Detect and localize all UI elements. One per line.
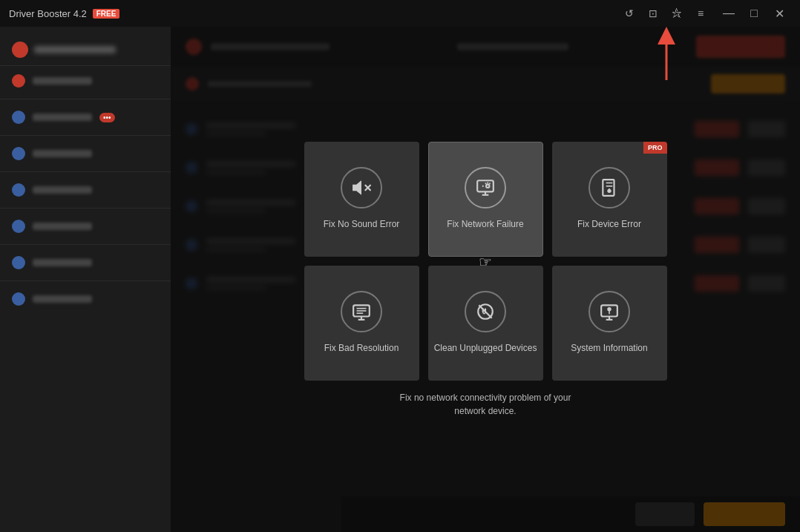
fix-resolution-icon: [341, 291, 382, 332]
svg-point-30: [608, 308, 610, 310]
window-controls: — □ ✕: [717, 3, 791, 24]
system-info-icon: [588, 291, 630, 332]
fix-device-icon: [588, 167, 630, 208]
app-title: Driver Booster 4.2: [9, 8, 87, 19]
tool-fix-network[interactable]: Fix Network Failure ☞: [428, 142, 543, 257]
modal-overlay: Fix No Sound Error: [171, 27, 800, 532]
sidebar-sep-6: [0, 280, 171, 281]
sidebar-item-text-4: [33, 186, 92, 194]
close-button[interactable]: ✕: [767, 3, 791, 24]
system-info-label: System Information: [565, 343, 653, 355]
sidebar-item-text-3: [33, 150, 92, 157]
title-bar-left: Driver Booster 4.2 FREE: [9, 8, 119, 19]
sidebar-item-text-7: [33, 295, 92, 303]
svg-point-15: [608, 190, 610, 192]
fix-resolution-label: Fix Bad Resolution: [318, 343, 405, 355]
tool-clean-unplugged[interactable]: Clean Unplugged Devices: [428, 266, 543, 381]
sidebar-dot-4: [12, 183, 25, 197]
active-tool-tooltip: Fix no network connectivity problem of y…: [400, 391, 571, 418]
tool-grid: Fix No Sound Error: [304, 142, 667, 381]
sidebar-dot-1: [12, 74, 25, 88]
free-badge: FREE: [93, 9, 120, 19]
sidebar-badge-2: •••: [99, 113, 115, 122]
minimize-button[interactable]: —: [717, 3, 741, 24]
fix-network-icon: [465, 167, 506, 208]
fix-no-sound-icon: [341, 167, 382, 208]
sidebar-item-4[interactable]: [0, 175, 171, 205]
sidebar-sep-2: [0, 135, 171, 136]
sidebar-sep-4: [0, 208, 171, 208]
sidebar-sep-1: [0, 99, 171, 99]
sidebar-item-6[interactable]: [0, 248, 171, 278]
sidebar-header: [0, 27, 171, 66]
sidebar-sep-3: [0, 171, 171, 172]
menu-icon-btn[interactable]: ≡: [690, 3, 711, 24]
sidebar-dot-5: [12, 220, 25, 233]
svg-line-10: [485, 183, 486, 185]
fix-device-label: Fix Device Error: [571, 219, 647, 231]
fix-no-sound-label: Fix No Sound Error: [318, 219, 406, 231]
sidebar-dot-2: [12, 111, 25, 124]
sidebar-item-text-2: [33, 114, 92, 121]
sidebar-title-blurred: [34, 46, 116, 53]
maximize-button[interactable]: □: [742, 3, 766, 24]
title-bar-right: ↺ ⊡ ⛦ ≡ — □ ✕: [619, 3, 791, 24]
sidebar-logo-row: [12, 42, 159, 58]
svg-line-11: [489, 183, 490, 185]
sidebar-logo-dot: [12, 42, 28, 58]
svg-rect-12: [603, 180, 614, 196]
tool-fix-no-sound[interactable]: Fix No Sound Error: [304, 142, 419, 257]
svg-marker-1: [353, 183, 361, 194]
tool-fix-device[interactable]: PRO Fix Device Error: [552, 142, 667, 257]
sidebar-item-3[interactable]: [0, 139, 171, 168]
sidebar-item-text-6: [33, 259, 92, 266]
fix-network-label: Fix Network Failure: [441, 219, 529, 231]
sidebar-item-text-1: [33, 77, 92, 85]
sidebar-item-1[interactable]: [0, 66, 171, 96]
tool-system-info[interactable]: System Information: [552, 266, 667, 381]
sidebar-item-7[interactable]: [0, 284, 171, 314]
gift-icon-btn[interactable]: ⛦: [666, 3, 687, 24]
clean-unplugged-label: Clean Unplugged Devices: [428, 343, 543, 355]
sidebar-sep-5: [0, 244, 171, 245]
history-icon-btn[interactable]: ↺: [619, 3, 640, 24]
sidebar-item-text-5: [33, 223, 92, 230]
sidebar-item-5[interactable]: [0, 211, 171, 241]
tool-fix-resolution[interactable]: Fix Bad Resolution: [304, 266, 419, 381]
svg-point-8: [486, 185, 489, 188]
title-bar: Driver Booster 4.2 FREE ↺ ⊡ ⛦ ≡ — □ ✕: [0, 0, 800, 27]
sidebar-dot-6: [12, 256, 25, 269]
sidebar-dot-3: [12, 147, 25, 160]
pro-badge: PRO: [643, 142, 667, 154]
sidebar: •••: [0, 27, 171, 532]
content-area: Fix No Sound Error: [171, 27, 800, 532]
main-layout: •••: [0, 27, 800, 532]
clean-unplugged-icon: [465, 291, 506, 332]
sidebar-item-2[interactable]: •••: [0, 102, 171, 132]
sidebar-dot-7: [12, 292, 25, 306]
folder-icon-btn[interactable]: ⊡: [643, 3, 663, 24]
